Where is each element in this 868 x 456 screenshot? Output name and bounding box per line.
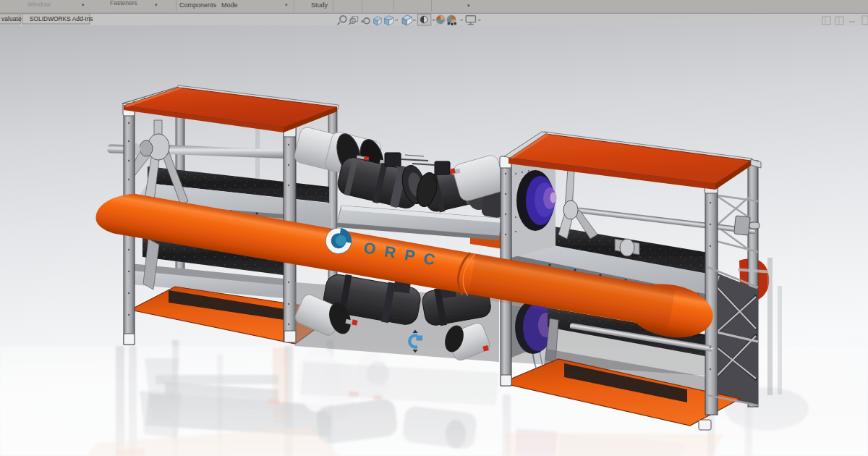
svg-text:Mode: Mode [221,1,238,9]
svg-text:▾: ▾ [82,2,85,7]
svg-text:Fasteners: Fasteners [110,0,137,7]
svg-text:Window: Window [27,1,51,8]
svg-text:▾: ▾ [285,2,288,7]
svg-text:Study: Study [311,1,328,9]
svg-text:▾: ▾ [155,2,158,7]
svg-text:valuate: valuate [1,15,22,22]
svg-text:SOLIDWORKS Add-Ins: SOLIDWORKS Add-Ins [30,15,93,22]
svg-text:Components: Components [179,1,217,9]
svg-text:▾: ▾ [467,3,470,8]
